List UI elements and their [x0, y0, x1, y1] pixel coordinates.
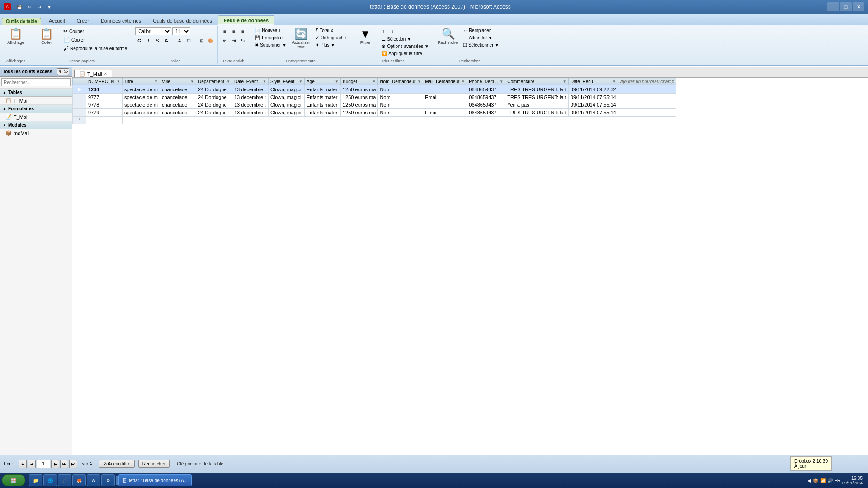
nav-section-formulaires[interactable]: ▲ Formulaires: [0, 104, 72, 113]
tray-volume[interactable]: 🔊: [827, 478, 833, 483]
btn-couper[interactable]: ✂ Couper: [61, 27, 129, 35]
cell-commentaire[interactable]: TRES TRES URGENT: la t: [505, 85, 569, 94]
cell-style-event[interactable]: Clown, magici: [268, 101, 304, 109]
cell-phone[interactable]: 0648659437: [467, 101, 505, 109]
table-row[interactable]: 9779 spectacle de m chancelade 24 Dordog…: [73, 109, 676, 117]
cell-ville[interactable]: chancelade: [160, 101, 196, 109]
cell-departement[interactable]: 24 Dordogne: [196, 109, 232, 117]
col-header-add-field[interactable]: Ajouter un nouveau champ: [618, 78, 676, 85]
col-header-mail-demandeur[interactable]: Mail_Demandeur▼: [423, 78, 467, 85]
cell-age[interactable]: Enfants mater: [304, 101, 340, 109]
quick-save-btn[interactable]: 💾: [15, 3, 24, 11]
quick-redo-btn[interactable]: ↪: [35, 3, 43, 11]
italic-btn[interactable]: I: [144, 37, 152, 45]
highlight-btn[interactable]: ☐: [184, 37, 193, 45]
col-header-titre[interactable]: Titre▼: [123, 78, 160, 85]
col-header-date-event[interactable]: Date_Event▼: [232, 78, 268, 85]
cell-mail-demandeur[interactable]: Email: [423, 94, 467, 101]
cell-nom-demandeur[interactable]: Nom: [378, 85, 423, 94]
tray-dropbox[interactable]: 📦: [813, 478, 818, 483]
minimize-btn[interactable]: ─: [827, 2, 839, 11]
start-button[interactable]: 🪟: [2, 474, 25, 486]
cell-style-event[interactable]: Clown, magici: [268, 85, 304, 94]
tab-feuille-donnees[interactable]: Feuille de données: [218, 15, 274, 25]
col-header-style-event[interactable]: Style_Event▼: [268, 78, 304, 85]
col-header-nom-demandeur[interactable]: Nom_Demandeur▼: [378, 78, 423, 85]
quicklaunch-firefox[interactable]: 🦊: [72, 474, 86, 486]
quicklaunch-media[interactable]: 🎵: [58, 474, 71, 486]
cell-budget[interactable]: 1250 euros ma: [340, 85, 377, 94]
cell-nom-demandeur[interactable]: Nom: [378, 101, 423, 109]
sort-asc-btn[interactable]: ↑: [379, 27, 387, 35]
quick-undo-btn[interactable]: ↩: [25, 3, 33, 11]
cell-commentaire[interactable]: Yen a pas: [505, 101, 569, 109]
table-container[interactable]: NUMERO_N ▼ Titre▼ Ville▼ Departement▼: [72, 78, 868, 470]
align-center-btn[interactable]: ≡: [230, 27, 238, 35]
cell-numero[interactable]: 9777: [86, 94, 123, 101]
btn-actualiser[interactable]: 🔄 Actualiser tout: [290, 27, 312, 51]
indent-dec-btn[interactable]: ⇤: [221, 36, 229, 44]
cell-mail-demandeur[interactable]: Email: [423, 109, 467, 117]
btn-options-avancees[interactable]: ⚙ Options avancées ▼: [379, 43, 431, 50]
btn-atteindre[interactable]: → Atteindre ▼: [461, 34, 501, 41]
cell-nom-demandeur[interactable]: Nom: [378, 94, 423, 101]
table-row[interactable]: ▶ 1234 spectacle de m chancelade 24 Dord…: [73, 85, 676, 94]
btn-totaux[interactable]: Σ Totaux: [313, 27, 348, 34]
alt-row-color-btn[interactable]: 🎨: [207, 37, 215, 45]
tab-t-mail[interactable]: 📋 T_Mail ✕: [74, 70, 112, 77]
tray-expand-btn[interactable]: ◀: [807, 478, 811, 483]
cell-titre[interactable]: spectacle de m: [123, 94, 160, 101]
cell-numero[interactable]: 1234: [86, 85, 123, 94]
nav-next-btn[interactable]: ▶: [51, 460, 59, 468]
cell-titre[interactable]: spectacle de m: [123, 101, 160, 109]
font-color-btn[interactable]: A: [175, 37, 184, 45]
table-row[interactable]: 9777 spectacle de m chancelade 24 Dordog…: [73, 94, 676, 101]
quicklaunch-explorer[interactable]: 📁: [29, 474, 42, 486]
nav-item-momail[interactable]: 📦 moMail: [0, 129, 72, 137]
cell-ville[interactable]: chancelade: [160, 94, 196, 101]
nav-section-tables[interactable]: ▲ Tables: [0, 88, 72, 97]
btn-copier[interactable]: 📄 Copier: [61, 36, 129, 44]
cell-ville[interactable]: chancelade: [160, 109, 196, 117]
cell-ville[interactable]: chancelade: [160, 85, 196, 94]
nav-last-btn[interactable]: ⏭: [60, 460, 68, 468]
col-header-age[interactable]: Age▼: [304, 78, 340, 85]
quicklaunch-tools[interactable]: ⚙: [101, 474, 115, 486]
cell-commentaire[interactable]: TRES TRES URGENT: la t: [505, 94, 569, 101]
cell-mail-demandeur[interactable]: [423, 85, 467, 94]
cell-departement[interactable]: 24 Dordogne: [196, 101, 232, 109]
row-selector[interactable]: ▶: [73, 85, 86, 94]
table-row[interactable]: 9778 spectacle de m chancelade 24 Dordog…: [73, 101, 676, 109]
row-selector[interactable]: [73, 109, 86, 117]
taskbar-access[interactable]: 🗄 tettar : Base de données (A...: [118, 474, 192, 486]
nav-item-t-mail[interactable]: 📋 T_Mail: [0, 97, 72, 104]
btn-reproduire[interactable]: 🖌 Reproduire la mise en forme: [61, 44, 129, 52]
cell-age[interactable]: Enfants mater: [304, 94, 340, 101]
cell-date-event[interactable]: 13 decembre :: [232, 101, 268, 109]
btn-supprimer[interactable]: ✖ Supprimer ▼: [253, 42, 289, 48]
cell-phone[interactable]: 0648659437: [467, 85, 505, 94]
cell-departement[interactable]: 24 Dordogne: [196, 85, 232, 94]
col-header-numero[interactable]: NUMERO_N ▼: [86, 78, 123, 85]
cell-date-recu[interactable]: 09/11/2014 07:55:14: [568, 101, 618, 109]
nav-section-modules[interactable]: ▲ Modules: [0, 121, 72, 129]
tab-accueil[interactable]: Accueil: [43, 16, 71, 25]
btn-nouveau[interactable]: 📄 Nouveau: [253, 27, 289, 34]
strikethrough-btn[interactable]: S̶: [162, 37, 170, 45]
cell-style-event[interactable]: Clown, magici: [268, 109, 304, 117]
cell-budget[interactable]: 1250 euros ma: [340, 94, 377, 101]
cell-date-event[interactable]: 13 decembre :: [232, 85, 268, 94]
btn-selectionner[interactable]: ☐ Sélectionner ▼: [461, 42, 501, 48]
customize-quick-access-btn[interactable]: ▼: [45, 3, 53, 11]
cell-date-event[interactable]: 13 decembre :: [232, 109, 268, 117]
nav-search-input[interactable]: [1, 78, 71, 86]
cell-commentaire[interactable]: TRES TRES URGENT: la t: [505, 109, 569, 117]
close-btn[interactable]: ✕: [853, 2, 864, 11]
maximize-btn[interactable]: □: [840, 2, 852, 11]
nav-first-btn[interactable]: ⏮: [19, 460, 27, 468]
cell-departement[interactable]: 24 Dordogne: [196, 94, 232, 101]
tab-outils-bdd[interactable]: Outils de base de données: [147, 16, 218, 25]
underline-btn[interactable]: S: [153, 37, 161, 45]
col-header-phone[interactable]: Phone_Dem...▼: [467, 78, 505, 85]
cell-age[interactable]: Enfants mater: [304, 85, 340, 94]
